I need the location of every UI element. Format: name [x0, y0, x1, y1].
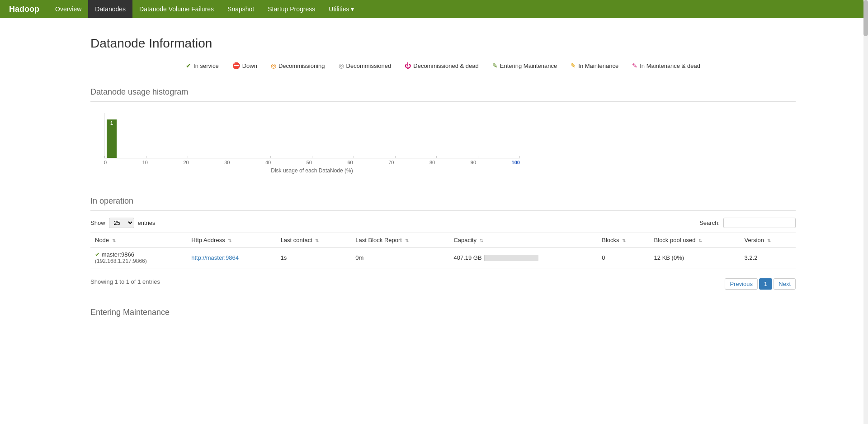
nav-items: Overview Datanodes Datanode Volume Failu… [48, 0, 361, 18]
main-content: Datanode Information ✔ In service ⛔ Down… [0, 18, 868, 358]
nav-item-overview[interactable]: Overview [48, 0, 88, 18]
decommissioned-dead-icon: ⏻ [405, 62, 411, 69]
scrollbar-track[interactable] [863, 0, 868, 358]
in-maintenance-icon: ✎ [571, 62, 576, 69]
nav-item-datanodes[interactable]: Datanodes [88, 0, 132, 18]
col-last-block-sort: ⇅ [405, 238, 409, 243]
x-axis-label: Disk usage of each DataNode (%) [104, 167, 520, 174]
capacity-bar-bg [484, 255, 538, 261]
nav-item-utilities[interactable]: Utilities ▾ [322, 0, 361, 18]
legend-decommissioning-label: Decommissioning [278, 62, 325, 69]
legend-decommissioned-dead: ⏻ Decommissioned & dead [405, 62, 479, 69]
histogram-title: Datanode usage histogram [90, 87, 796, 102]
col-blocks[interactable]: Blocks ⇅ [597, 233, 649, 248]
x-label-80: 80 [429, 160, 435, 165]
in-maintenance-dead-icon: ✎ [632, 62, 637, 69]
showing-count: 1 [137, 278, 141, 285]
decommissioning-icon: ◎ [271, 62, 276, 69]
nav-item-datanode-volume-failures[interactable]: Datanode Volume Failures [132, 0, 221, 18]
histogram-section: Datanode usage histogram 1 [90, 83, 796, 178]
http-address-link[interactable]: http://master:9864 [191, 254, 239, 261]
x-label-90: 90 [471, 160, 476, 165]
col-node[interactable]: Node ⇅ [90, 233, 187, 248]
bar-value: 1 [110, 120, 113, 126]
nav-item-snapshot[interactable]: Snapshot [221, 0, 261, 18]
table-header-row: Node ⇅ Http Address ⇅ Last contact ⇅ Las… [90, 233, 796, 248]
col-last-contact-label: Last contact [281, 237, 312, 243]
legend-down: ⛔ Down [232, 62, 257, 69]
showing-suffix: entries [142, 278, 160, 285]
col-version-label: Version [745, 237, 764, 243]
legend: ✔ In service ⛔ Down ◎ Decommissioning ◎ … [90, 62, 796, 69]
x-label-60: 60 [347, 160, 353, 165]
col-blocks-label: Blocks [602, 237, 619, 243]
datanode-table: Node ⇅ Http Address ⇅ Last contact ⇅ Las… [90, 233, 796, 268]
in-operation-section: In operation Show 10 25 50 100 entries S… [90, 196, 796, 290]
legend-in-service: ✔ In service [186, 62, 219, 69]
x-label-100: 100 [512, 160, 520, 165]
legend-in-maintenance-dead-label: In Maintenance & dead [640, 62, 700, 69]
down-icon: ⛔ [232, 62, 240, 69]
x-label-20: 20 [183, 160, 189, 165]
entering-maintenance-section: Entering Maintenance [90, 308, 796, 322]
col-version-sort: ⇅ [767, 238, 771, 243]
entering-maintenance-title: Entering Maintenance [90, 308, 796, 322]
col-http[interactable]: Http Address ⇅ [187, 233, 276, 248]
page-1-button[interactable]: 1 [759, 278, 772, 290]
x-label-50: 50 [307, 160, 312, 165]
capacity-container: 407.19 GB [453, 254, 593, 261]
col-node-label: Node [95, 237, 109, 243]
legend-decommissioning: ◎ Decommissioning [271, 62, 325, 69]
col-capacity-label: Capacity [453, 237, 476, 243]
legend-decommissioned: ◎ Decommissioned [339, 62, 392, 69]
page-title: Datanode Information [90, 36, 796, 51]
cell-blocks: 0 [597, 248, 649, 268]
search-input[interactable] [723, 218, 796, 228]
legend-entering-maintenance-label: Entering Maintenance [500, 62, 557, 69]
in-service-icon: ✔ [186, 62, 191, 69]
col-node-sort: ⇅ [112, 238, 116, 243]
show-entries-select[interactable]: 10 25 50 100 [109, 218, 134, 228]
x-label-0: 0 [104, 160, 107, 165]
show-entries: Show 10 25 50 100 entries [90, 218, 156, 228]
col-capacity[interactable]: Capacity ⇅ [449, 233, 597, 248]
capacity-bar-fill [484, 255, 485, 261]
decommissioned-icon: ◎ [339, 62, 344, 69]
col-block-pool-sort: ⇅ [698, 238, 702, 243]
x-label-70: 70 [388, 160, 394, 165]
legend-down-label: Down [242, 62, 257, 69]
pagination: Previous 1 Next [725, 278, 796, 290]
col-block-pool[interactable]: Block pool used ⇅ [650, 233, 740, 248]
col-last-contact-sort: ⇅ [315, 238, 319, 243]
cell-last-block-report: 0m [351, 248, 449, 268]
scrollbar-thumb[interactable] [863, 0, 868, 36]
col-version[interactable]: Version ⇅ [740, 233, 796, 248]
col-last-block-report[interactable]: Last Block Report ⇅ [351, 233, 449, 248]
node-hostname: master:9866 [102, 251, 134, 258]
cell-http: http://master:9864 [187, 248, 276, 268]
table-row: ✔ master:9866 (192.168.1.217:9866) http:… [90, 248, 796, 268]
navbar: Hadoop Overview Datanodes Datanode Volum… [0, 0, 868, 18]
x-label-30: 30 [224, 160, 230, 165]
dropdown-caret: ▾ [351, 5, 354, 13]
utilities-label: Utilities [329, 5, 349, 13]
col-block-pool-label: Block pool used [654, 237, 696, 243]
node-name: ✔ master:9866 [95, 251, 182, 258]
cell-version: 3.2.2 [740, 248, 796, 268]
col-last-contact[interactable]: Last contact ⇅ [276, 233, 351, 248]
nav-item-startup-progress[interactable]: Startup Progress [261, 0, 322, 18]
navbar-brand[interactable]: Hadoop [9, 5, 39, 14]
table-controls: Show 10 25 50 100 entries Search: [90, 218, 796, 228]
legend-entering-maintenance: ✎ Entering Maintenance [492, 62, 557, 69]
cell-last-contact: 1s [276, 248, 351, 268]
col-capacity-sort: ⇅ [480, 238, 483, 243]
col-http-sort: ⇅ [228, 238, 231, 243]
legend-decommissioned-dead-label: Decommissioned & dead [413, 62, 479, 69]
search-box: Search: [699, 218, 796, 228]
histogram-bar: 1 [107, 119, 117, 158]
next-button[interactable]: Next [774, 278, 796, 290]
previous-button[interactable]: Previous [725, 278, 758, 290]
showing-info: Showing 1 to 1 of 1 entries [90, 278, 160, 285]
cell-block-pool: 12 KB (0%) [650, 248, 740, 268]
entering-maintenance-icon: ✎ [492, 62, 498, 69]
